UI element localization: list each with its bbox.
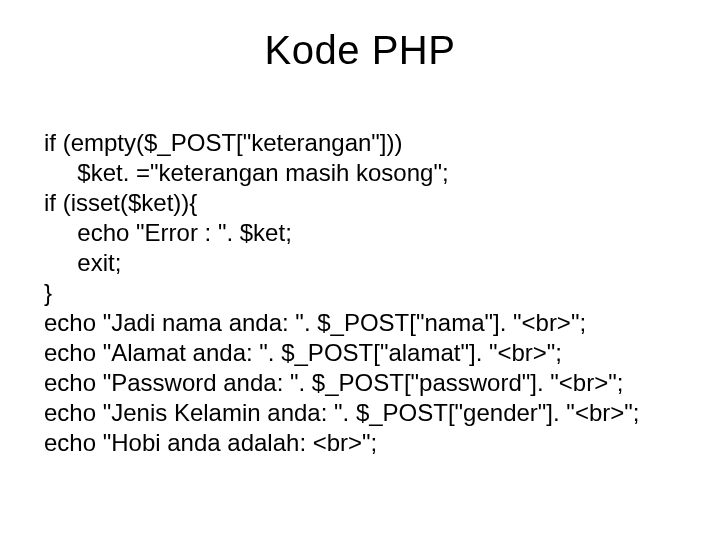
- php-code-block: if (empty($_POST["keterangan"])) $ket. =…: [44, 128, 676, 458]
- slide: Kode PHP if (empty($_POST["keterangan"])…: [0, 0, 720, 540]
- slide-title: Kode PHP: [0, 28, 720, 73]
